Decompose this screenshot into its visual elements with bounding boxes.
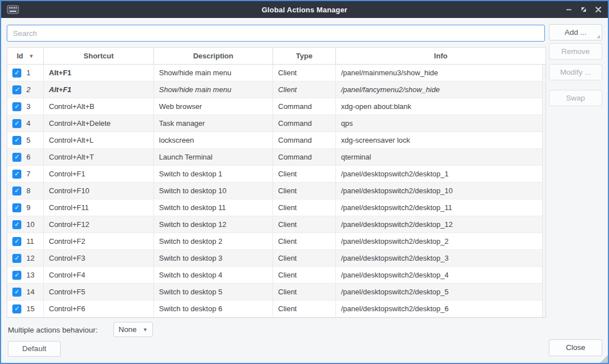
column-header-info[interactable]: Info	[336, 48, 546, 64]
cell-type: Client	[273, 199, 336, 216]
cell-type: Command	[273, 115, 336, 132]
row-id: 7	[26, 170, 30, 178]
cell-id: ✓9	[7, 199, 44, 216]
close-icon[interactable]	[593, 4, 603, 15]
resize-grip[interactable]	[600, 355, 608, 363]
row-checkbox[interactable]: ✓	[12, 220, 21, 229]
swap-button[interactable]: Swap	[549, 90, 602, 106]
cell-shortcut: Control+F6	[44, 301, 154, 317]
row-id: 5	[26, 136, 30, 144]
sort-descending-icon: ▼	[29, 53, 34, 59]
cell-type: Command	[273, 132, 336, 149]
table-row[interactable]: ✓9Control+F11Switch to desktop 11Client/…	[7, 199, 546, 216]
behaviour-dropdown[interactable]: None ▼	[113, 322, 153, 337]
table-row[interactable]: ✓15Control+F6Switch to desktop 6Client/p…	[7, 301, 546, 317]
cell-type: Client	[273, 216, 336, 233]
table-row[interactable]: ✓7Control+F1Switch to desktop 1Client/pa…	[7, 166, 546, 183]
cell-type: Command	[273, 98, 336, 115]
minimize-button[interactable]	[564, 4, 574, 15]
cell-id: ✓1	[7, 65, 44, 81]
behaviour-dropdown-value: None	[119, 325, 137, 334]
window-title: Global Actions Manager	[1, 6, 608, 14]
cell-description: Show/hide main menu	[154, 65, 273, 81]
chevron-down-icon: ▼	[143, 327, 148, 333]
search-input[interactable]	[7, 25, 545, 42]
row-id: 6	[26, 153, 30, 161]
row-checkbox[interactable]: ✓	[12, 136, 21, 145]
row-id: 12	[26, 254, 34, 262]
cell-shortcut: Control+F5	[44, 284, 154, 301]
cell-id: ✓3	[7, 98, 44, 115]
row-id: 13	[26, 271, 34, 279]
cell-description: Switch to desktop 12	[154, 216, 273, 233]
cell-description: Switch to desktop 6	[154, 301, 273, 317]
default-button[interactable]: Default	[8, 341, 61, 357]
column-header-type[interactable]: Type	[273, 48, 336, 64]
row-id: 11	[26, 237, 34, 245]
table-row[interactable]: ✓3Control+Alt+BWeb browserCommandxdg-ope…	[7, 98, 546, 115]
table-row[interactable]: ✓2Alt+F1Show/hide main menuClient/panel/…	[7, 81, 546, 98]
row-id: 1	[26, 69, 30, 77]
shortcuts-table: Id ▼ Shortcut Description Type Info ✓1Al…	[7, 47, 546, 318]
row-checkbox[interactable]: ✓	[12, 170, 21, 179]
cell-info: /panel/desktopswitch2/desktop_10	[336, 183, 546, 199]
row-checkbox[interactable]: ✓	[12, 203, 21, 212]
cell-shortcut: Control+F1	[44, 166, 154, 183]
table-row[interactable]: ✓12Control+F3Switch to desktop 3Client/p…	[7, 250, 546, 267]
table-row[interactable]: ✓6Control+Alt+TLaunch TerminalCommandqte…	[7, 149, 546, 166]
maximize-button[interactable]	[579, 4, 589, 15]
cell-id: ✓10	[7, 216, 44, 233]
close-button[interactable]: Close	[549, 339, 602, 356]
table-row[interactable]: ✓1Alt+F1Show/hide main menuClient/panel/…	[7, 65, 546, 81]
table-row[interactable]: ✓10Control+F12Switch to desktop 12Client…	[7, 216, 546, 233]
cell-type: Client	[273, 284, 336, 301]
row-checkbox[interactable]: ✓	[12, 69, 21, 78]
column-header-shortcut[interactable]: Shortcut	[44, 48, 154, 64]
row-checkbox[interactable]: ✓	[12, 237, 21, 246]
row-id: 9	[26, 203, 30, 212]
cell-shortcut: Alt+F1	[44, 81, 154, 98]
column-header-description[interactable]: Description	[154, 48, 273, 64]
global-actions-manager-window: Global Actions Manager Add ... Remove	[0, 0, 609, 364]
add-button[interactable]: Add ...	[549, 24, 602, 40]
cell-shortcut: Control+F3	[44, 250, 154, 267]
cell-shortcut: Control+Alt+B	[44, 98, 154, 115]
titlebar[interactable]: Global Actions Manager	[1, 1, 608, 18]
row-checkbox[interactable]: ✓	[12, 254, 21, 263]
row-id: 2	[26, 85, 30, 94]
table-row[interactable]: ✓5Control+Alt+LlockscreenCommandxdg-scre…	[7, 132, 546, 149]
cell-info: /panel/mainmenu3/show_hide	[336, 65, 546, 81]
remove-button[interactable]: Remove	[549, 43, 602, 60]
table-row[interactable]: ✓8Control+F10Switch to desktop 10Client/…	[7, 183, 546, 199]
cell-id: ✓12	[7, 250, 44, 267]
table-row[interactable]: ✓4Control+Alt+DeleteTask managerCommandq…	[7, 115, 546, 132]
cell-id: ✓14	[7, 284, 44, 301]
table-row[interactable]: ✓11Control+F2Switch to desktop 2Client/p…	[7, 233, 546, 250]
cell-type: Client	[273, 166, 336, 183]
table-row[interactable]: ✓14Control+F5Switch to desktop 5Client/p…	[7, 284, 546, 301]
row-checkbox[interactable]: ✓	[12, 186, 21, 195]
cell-type: Client	[273, 250, 336, 267]
table-row[interactable]: ✓13Control+F4Switch to desktop 4Client/p…	[7, 267, 546, 284]
row-checkbox[interactable]: ✓	[12, 85, 21, 94]
keyboard-icon	[7, 5, 19, 14]
table-body: ✓1Alt+F1Show/hide main menuClient/panel/…	[7, 65, 546, 317]
cell-info: qterminal	[336, 149, 546, 166]
cell-id: ✓2	[7, 81, 44, 98]
row-checkbox[interactable]: ✓	[12, 304, 21, 313]
modify-button[interactable]: Modify ...	[549, 64, 602, 80]
cell-info: /panel/desktopswitch2/desktop_2	[336, 233, 546, 250]
cell-id: ✓13	[7, 267, 44, 284]
cell-description: Switch to desktop 10	[154, 183, 273, 199]
row-id: 14	[26, 288, 34, 296]
row-checkbox[interactable]: ✓	[12, 153, 21, 162]
cell-info: qps	[336, 115, 546, 132]
vertical-scrollbar[interactable]	[542, 65, 546, 317]
row-checkbox[interactable]: ✓	[12, 119, 21, 128]
cell-info: /panel/desktopswitch2/desktop_11	[336, 199, 546, 216]
row-checkbox[interactable]: ✓	[12, 288, 21, 297]
row-checkbox[interactable]: ✓	[12, 271, 21, 280]
cell-info: /panel/desktopswitch2/desktop_12	[336, 216, 546, 233]
row-checkbox[interactable]: ✓	[12, 102, 21, 111]
column-header-id[interactable]: Id ▼	[7, 48, 44, 64]
